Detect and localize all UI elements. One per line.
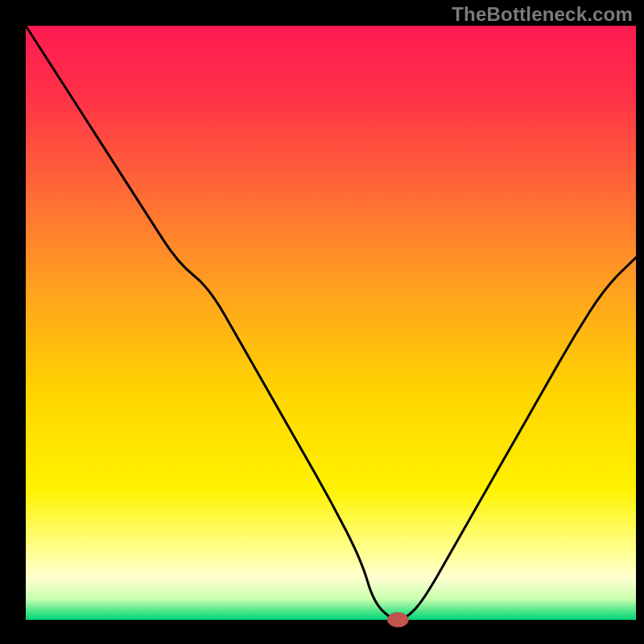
gradient-background (26, 26, 636, 620)
optimal-point-marker (387, 613, 408, 627)
chart-frame: TheBottleneck.com (0, 0, 644, 644)
watermark-text: TheBottleneck.com (452, 3, 633, 26)
bottleneck-chart (0, 0, 644, 644)
